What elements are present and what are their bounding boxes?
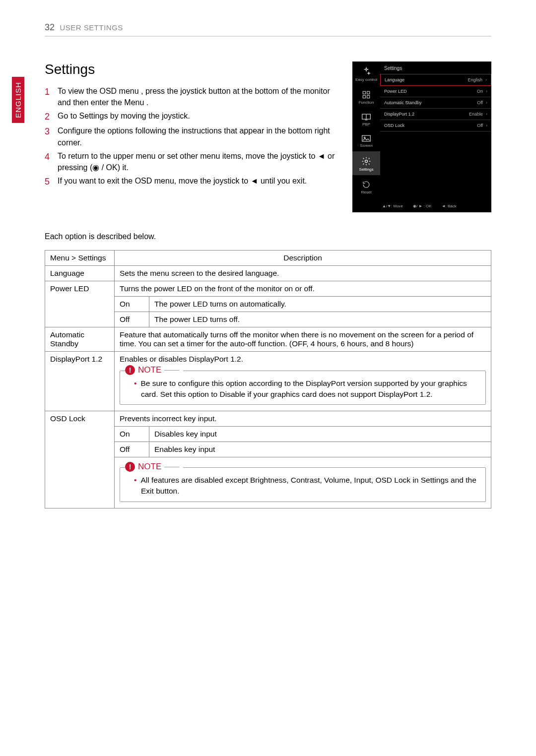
picture-icon — [361, 134, 371, 142]
sparkle-icon — [361, 66, 371, 76]
reset-icon — [362, 180, 371, 189]
row-note: ! NOTE All features are disabled except … — [115, 457, 491, 508]
sub-desc: Disables key input — [149, 427, 491, 442]
footer-back: ◄: Back — [442, 204, 457, 208]
osd-main: Settings Language English› Power LED On›… — [380, 62, 491, 201]
osd-panel: Easy control Function PBP Screen — [352, 62, 491, 212]
pbp-icon — [361, 113, 371, 121]
osd-row-power-led[interactable]: Power LED On› — [380, 86, 491, 97]
chevron-right-icon: › — [486, 112, 487, 117]
note-box: ! NOTE Be sure to configure this option … — [120, 371, 486, 405]
chevron-right-icon: › — [486, 123, 487, 128]
osd-row-displayport[interactable]: DisplayPort 1.2 Enable› — [380, 109, 491, 120]
step-text: Go to Settings by moving the joystick. — [58, 110, 190, 123]
language-tab: ENGLISH — [12, 77, 24, 123]
section-name: USER SETTINGS — [60, 23, 123, 32]
row-desc: Feature that automatically turns off the… — [115, 327, 491, 352]
osd-row-osd-lock[interactable]: OSD Lock Off› — [380, 120, 491, 131]
footer-ok: ◉/ ► : OK — [413, 204, 432, 208]
svg-rect-3 — [367, 95, 370, 98]
osd-sidebar: Easy control Function PBP Screen — [352, 62, 380, 201]
svg-rect-2 — [363, 95, 365, 98]
row-label: Power LED — [45, 281, 115, 327]
svg-rect-1 — [367, 91, 370, 94]
sub-description: Each option is described below. — [45, 232, 491, 241]
sub-label: On — [115, 427, 149, 442]
osd-title: Settings — [380, 63, 491, 74]
alert-icon: ! — [125, 365, 135, 375]
note-title: NOTE — [138, 462, 161, 472]
table-header-menu: Menu > Settings — [45, 251, 115, 266]
step-text: To view the OSD menu , press the joystic… — [58, 85, 338, 108]
sub-desc: The power LED turns on automatically. — [149, 297, 491, 312]
footer-move: ▲/▼: Move — [382, 204, 403, 208]
note-box: ! NOTE All features are disabled except … — [120, 467, 486, 502]
step-text: To return to the upper menu or set other… — [58, 150, 338, 173]
note-body: All features are disabled except Brightn… — [129, 475, 479, 496]
note-body: Be sure to configure this option accordi… — [129, 378, 479, 399]
svg-rect-0 — [363, 91, 365, 94]
step-list: To view the OSD menu , press the joystic… — [45, 85, 338, 188]
sub-label: Off — [115, 442, 149, 457]
page-title: Settings — [45, 62, 338, 77]
table-header-desc: Description — [115, 251, 491, 266]
grid-icon — [362, 90, 371, 99]
alert-icon: ! — [125, 462, 135, 472]
chevron-right-icon: › — [486, 89, 487, 94]
sub-desc: Enables key input — [149, 442, 491, 457]
settings-table: Menu > Settings Description Language Set… — [45, 250, 491, 508]
step-text: Configure the options following the inst… — [58, 125, 338, 148]
sub-desc: The power LED turns off. — [149, 312, 491, 327]
chevron-right-icon: › — [486, 100, 487, 105]
row-desc: Turns the power LED on the front of the … — [115, 281, 491, 297]
row-desc: Enables or disables DisplayPort 1.2. ! N… — [115, 352, 491, 411]
row-label: Language — [45, 266, 115, 281]
osd-tab-screen[interactable]: Screen — [352, 129, 380, 151]
osd-footer: ▲/▼: Move ◉/ ► : OK ◄: Back — [352, 201, 491, 212]
osd-row-auto-standby[interactable]: Automatic Standby Off› — [380, 97, 491, 109]
row-label: Automatic Standby — [45, 327, 115, 352]
osd-tab-function[interactable]: Function — [352, 85, 380, 108]
row-desc: Sets the menu screen to the desired lang… — [115, 266, 491, 281]
sub-label: Off — [115, 312, 149, 327]
page-number: 32 — [45, 22, 55, 33]
chevron-right-icon: › — [485, 77, 487, 82]
osd-tab-reset[interactable]: Reset — [352, 175, 380, 198]
osd-tab-easy-control[interactable]: Easy control — [352, 62, 380, 85]
row-desc: Prevents incorrect key input. — [115, 411, 491, 427]
osd-row-language[interactable]: Language English› — [380, 74, 491, 86]
row-label: DisplayPort 1.2 — [45, 352, 115, 411]
sub-label: On — [115, 297, 149, 312]
note-title: NOTE — [138, 365, 161, 375]
gear-icon — [361, 156, 371, 166]
page-header: 32 USER SETTINGS — [45, 22, 491, 37]
svg-point-9 — [365, 160, 368, 163]
osd-tab-settings[interactable]: Settings — [352, 151, 380, 175]
step-text: If you want to exit the OSD menu, move t… — [58, 175, 307, 188]
row-label: OSD Lock — [45, 411, 115, 508]
osd-tab-pbp[interactable]: PBP — [352, 108, 380, 130]
